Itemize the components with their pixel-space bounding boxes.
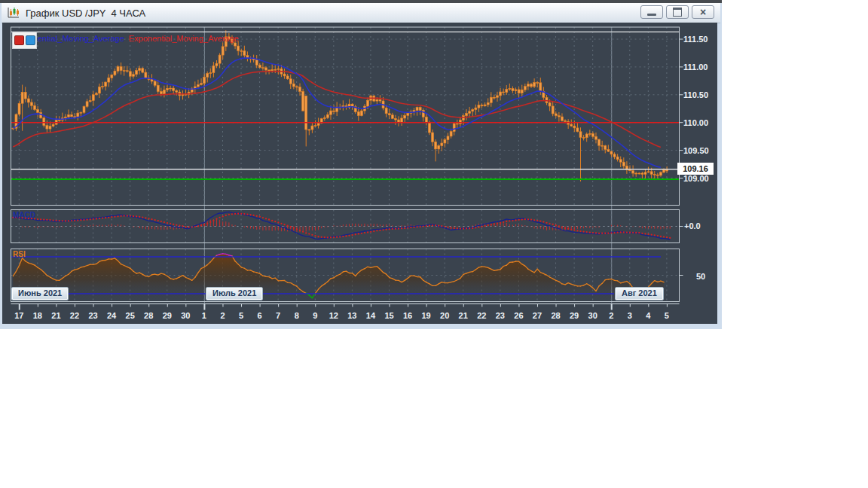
ema-fast-label: ential_Moving_Average — [38, 34, 124, 43]
indicator-swatch-box[interactable] — [12, 32, 37, 49]
x-axis-label: 5 — [656, 311, 677, 320]
price-axis-label: 109.50 — [683, 145, 709, 156]
desktop: График USD /JPY 4 ЧАСА × ential_Moving_A… — [0, 0, 868, 488]
price-axis-label: 110.00 — [683, 117, 708, 128]
ema-blue-swatch-icon — [26, 35, 35, 45]
price-axis-label: 111.50 — [683, 34, 708, 44]
rsi-panel-label: RSI — [13, 250, 26, 258]
macd-panel-label: MACD — [13, 211, 35, 219]
month-badge-july: Июль 2021 — [206, 287, 263, 300]
ema-slow-label: Exponential_Moving_Average — [129, 34, 239, 43]
month-badge-august: Авг 2021 — [615, 287, 664, 300]
chart-window: График USD /JPY 4 ЧАСА × ential_Moving_A… — [0, 0, 722, 329]
price-axis-label: 110.50 — [683, 90, 708, 100]
ema-red-swatch-icon — [14, 35, 24, 45]
price-axis-label: 111.00 — [683, 62, 708, 72]
chart-canvas[interactable] — [0, 0, 722, 329]
month-badge-june: Июнь 2021 — [11, 287, 69, 300]
macd-zero-label: +0.0 — [684, 221, 701, 230]
rsi-panel — [11, 249, 680, 302]
rsi-50-label: 50 — [696, 272, 705, 281]
current-price-badge: 109.16 — [677, 163, 714, 175]
main-price-panel — [11, 27, 680, 206]
indicator-legend: ential_Moving_AverageExponential_Moving_… — [38, 34, 239, 43]
macd-panel — [11, 210, 680, 243]
